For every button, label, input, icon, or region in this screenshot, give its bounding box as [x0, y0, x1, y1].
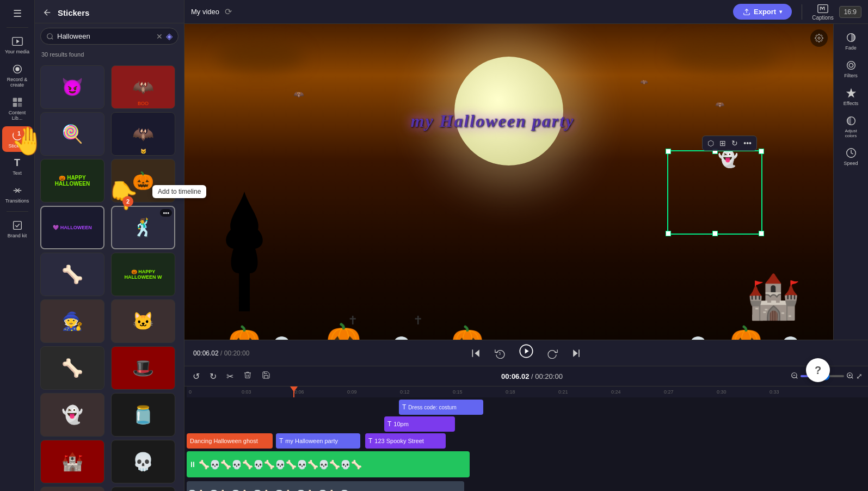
sticker-item-1[interactable]: 😈	[40, 65, 104, 109]
transitions-icon	[11, 185, 23, 197]
clip-pause-icon: ⏸	[187, 460, 199, 469]
timeline-undo-button[interactable]: ↺	[190, 370, 202, 383]
sticker-item-13[interactable]: 🦴	[40, 346, 104, 390]
sticker-emoji-3: 🍭	[61, 124, 83, 144]
sticker-item-17[interactable]: 🏰	[40, 440, 104, 483]
sidebar-item-stickers[interactable]: Stickers	[2, 126, 33, 152]
captions-button[interactable]: Captions	[812, 3, 833, 21]
sel-rotate-button[interactable]: ↻	[729, 138, 740, 149]
timeline-content[interactable]: 0 0:03 0:06 0:09 0:12 0:15 0:18 0:21 0:2…	[184, 386, 868, 491]
sticker-item-9[interactable]: 🦴	[40, 253, 104, 296]
sticker-item-8[interactable]: 🕺 •••	[111, 206, 175, 249]
right-sidebar-adjust-colors[interactable]: Adjustcolors	[836, 112, 866, 142]
sidebar-item-your-media[interactable]: Your media	[2, 32, 33, 58]
sticker-item-10[interactable]: 🎃 HAPPYHALLOWEEN W	[111, 253, 175, 296]
sticker-item-7[interactable]: 💜 HALLOWEEN	[40, 206, 104, 249]
sk2-f2: 🦴	[198, 489, 208, 492]
sk-f4: 💀	[231, 459, 242, 470]
sidebar-label-your-media: Your media	[5, 49, 29, 54]
right-sidebar-effects[interactable]: Effects	[836, 84, 866, 109]
sticker-item-20[interactable]: ☸	[111, 487, 175, 491]
sel-resize-button[interactable]: ⊞	[717, 138, 728, 149]
sticker-item-14[interactable]: 🎩	[111, 346, 175, 390]
aspect-ratio-badge[interactable]: 16:9	[839, 6, 861, 18]
video-clip-1[interactable]: ⏸ 🦴💀🦴💀🦴💀🦴💀🦴💀🦴💀🦴💀🦴	[187, 451, 470, 477]
expand-timeline-button[interactable]: ⤢	[856, 372, 863, 380]
svg-line-25	[796, 377, 798, 378]
sticker-item-15[interactable]: 👻	[40, 393, 104, 437]
filters-label: Filters	[844, 73, 858, 78]
captions-label: Captions	[812, 15, 833, 21]
sidebar-item-text[interactable]: T Text	[2, 154, 33, 179]
clip-halloween-party[interactable]: T my Halloween party	[276, 433, 360, 449]
search-brand-button[interactable]: ◈	[166, 31, 173, 41]
timeline-cut-button[interactable]: ✂	[224, 370, 236, 383]
video-track-2-clips: 💀🦴💀🦴💀🦴💀🦴💀🦴💀🦴💀🦴💀	[187, 480, 868, 491]
sidebar-item-brand-kit[interactable]: Brand kit	[2, 216, 33, 242]
clip-halloween-label: my Halloween party	[285, 438, 338, 444]
video-settings-button[interactable]	[810, 29, 828, 47]
timeline-track-1: T Dress code: costum	[187, 400, 868, 415]
search-clear-button[interactable]: ✕	[156, 32, 163, 41]
panel-header: Stickers	[35, 0, 184, 23]
video-preview: 🏰 my Halloween party 🦇 🦇 🦇 🎃 🎃 🎃 🎃 💀 💀 💀…	[184, 24, 833, 366]
skip-back-button[interactable]	[469, 346, 484, 361]
timeline-delete-button[interactable]	[241, 369, 255, 383]
rewind-5-button[interactable]: 5	[493, 346, 508, 361]
forward-5-button[interactable]	[545, 346, 560, 361]
sticker-emoji-14: 🎩	[132, 358, 154, 378]
search-input[interactable]	[57, 32, 153, 40]
project-menu-button[interactable]: ⟳	[225, 7, 232, 17]
sticker-item-18[interactable]: 💀	[111, 440, 175, 483]
sidebar-item-content-lib[interactable]: ContentLib...	[2, 93, 33, 124]
timeline-playhead[interactable]	[293, 386, 294, 397]
export-dropdown-icon: ▾	[779, 9, 782, 15]
sk2-f10: 🦴	[285, 489, 296, 492]
clip-dress-code[interactable]: T Dress code: costum	[399, 400, 483, 415]
svg-point-20	[847, 62, 855, 70]
svg-rect-5	[17, 98, 21, 102]
sticker-item-11[interactable]: 🧙	[40, 299, 104, 343]
top-bar: My video ⟳ Export ▾ Captions 16:9	[184, 0, 868, 24]
zoom-in-button[interactable]	[846, 372, 854, 381]
sticker-more-button[interactable]: •••	[160, 209, 172, 217]
sticker-item-12[interactable]: 🐱	[111, 299, 175, 343]
ruler-mark-8: 0:24	[611, 389, 664, 395]
sticker-item-16[interactable]: 🫙	[111, 393, 175, 437]
clip-t-icon: T	[402, 403, 406, 411]
hamburger-menu[interactable]: ☰	[2, 4, 33, 23]
clip-dancing-ghost[interactable]: Dancing Halloween ghost	[187, 433, 273, 449]
sel-crop-button[interactable]: ⬡	[705, 138, 716, 149]
svg-point-9	[15, 134, 16, 136]
timeline-redo-button[interactable]: ↻	[207, 370, 219, 383]
clip-10pm[interactable]: T 10pm	[384, 416, 455, 432]
play-button[interactable]	[516, 341, 536, 365]
right-sidebar-filters[interactable]: Filters	[836, 56, 866, 82]
stickers-icon	[11, 130, 23, 142]
sidebar-item-transitions[interactable]: Transitions	[2, 181, 33, 207]
sticker-item-4[interactable]: 🦇 🐱	[111, 112, 175, 156]
panel-back-button[interactable]	[41, 7, 53, 19]
timeline-save-button[interactable]	[259, 369, 273, 383]
sticker-item-2[interactable]: 🦇 BOO	[111, 65, 175, 109]
sidebar-item-record[interactable]: Record &create	[2, 60, 33, 91]
export-button[interactable]: Export ▾	[733, 4, 792, 20]
zoom-out-icon	[791, 372, 798, 379]
zoom-out-button[interactable]	[791, 372, 798, 381]
help-fab-button[interactable]: ?	[806, 358, 830, 382]
right-sidebar-speed[interactable]: Speed	[836, 144, 866, 169]
sticker-item-5[interactable]: 🎃 HAPPYHALLOWEEN	[40, 159, 104, 202]
timeline-toolbar: ↺ ↻ ✂ 00:06.02 / 00:20:00	[184, 366, 868, 386]
add-timeline-label: Add to timeline	[158, 188, 201, 195]
ruler-mark-10: 0:30	[717, 389, 769, 395]
right-sidebar-fade[interactable]: Fade	[836, 28, 866, 54]
sel-more-button[interactable]: •••	[741, 138, 754, 149]
stickers-grid: 😈 🦇 BOO 🍭 🦇 🐱 🎃 HAPPYHALLOWEEN 🎃 💜 HALLO…	[35, 62, 184, 491]
skip-forward-button[interactable]	[569, 346, 584, 361]
video-clip-2[interactable]: 💀🦴💀🦴💀🦴💀🦴💀🦴💀🦴💀🦴💀	[187, 481, 464, 491]
clip-spooky-street[interactable]: T 123 Spooky Street	[365, 433, 446, 449]
ruler-mark-3: 0:09	[347, 389, 400, 395]
sticker-item-3[interactable]: 🍭	[40, 112, 104, 156]
sk-f8: 💀	[275, 459, 286, 470]
sticker-item-19[interactable]: 🎃	[40, 487, 104, 491]
